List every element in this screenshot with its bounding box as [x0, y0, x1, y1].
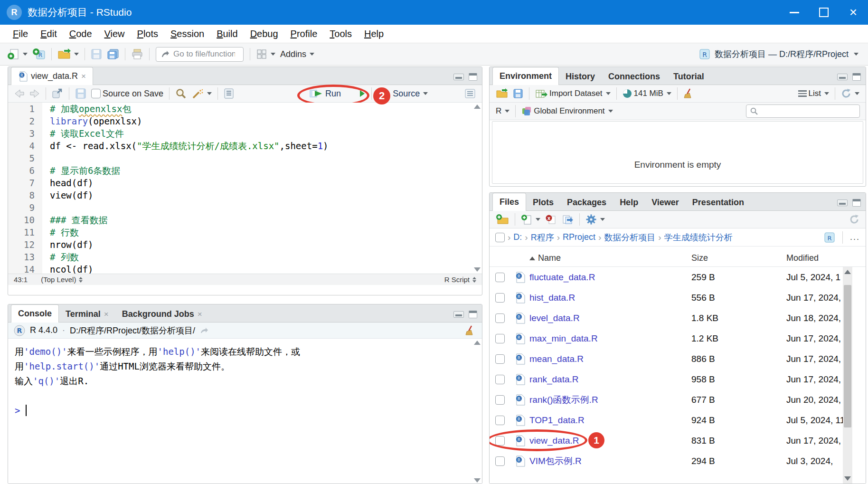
- tab-view-data[interactable]: R view_data.R ×: [11, 67, 93, 85]
- close-button[interactable]: ×: [839, 0, 868, 25]
- row-checkbox[interactable]: [495, 416, 505, 425]
- tab-help[interactable]: Help: [613, 195, 645, 210]
- close-tab-icon[interactable]: ×: [104, 310, 109, 319]
- row-checkbox[interactable]: [495, 334, 505, 343]
- tab-plots[interactable]: Plots: [526, 195, 560, 210]
- refresh-files-button[interactable]: [847, 213, 862, 226]
- open-directory-icon[interactable]: [200, 327, 208, 334]
- save-button[interactable]: [88, 47, 104, 61]
- menu-item[interactable]: Edit: [34, 28, 63, 39]
- minimize-pane-icon[interactable]: [453, 74, 464, 80]
- menu-item[interactable]: Session: [164, 28, 210, 39]
- breadcrumb-link[interactable]: R程序: [531, 232, 554, 243]
- menu-item[interactable]: Plots: [131, 28, 164, 39]
- open-file-button[interactable]: [55, 47, 81, 61]
- source-on-save-checkbox[interactable]: Source on Save: [89, 87, 166, 100]
- table-row[interactable]: R VIM包示例.R 294 B Jul 3, 2024,: [490, 451, 866, 471]
- table-row[interactable]: R rank_data.R 958 B Jun 17, 2024,: [490, 369, 866, 389]
- scope-selector[interactable]: Global Environment: [519, 104, 615, 118]
- tab-environment[interactable]: Environment: [492, 67, 559, 85]
- save-workspace-button[interactable]: [510, 87, 526, 100]
- minimize-pane-icon[interactable]: [837, 74, 848, 80]
- breadcrumb-more-button[interactable]: ...: [850, 232, 860, 242]
- menu-item[interactable]: Debug: [244, 28, 284, 39]
- clear-console-icon[interactable]: [465, 325, 476, 336]
- name-column-header[interactable]: Name: [538, 253, 561, 263]
- new-project-button[interactable]: R: [30, 47, 48, 62]
- table-row[interactable]: R TOP1_data.R 924 B Jul 5, 2024, 11: [490, 410, 866, 430]
- maximize-pane-icon[interactable]: [469, 73, 477, 81]
- console-output[interactable]: 用'demo()'来看一些示例程序，用'help()'来阅读在线帮助文件，或 用…: [8, 339, 482, 484]
- row-checkbox[interactable]: [495, 436, 505, 446]
- rerun-icon[interactable]: [360, 90, 365, 97]
- memory-usage-button[interactable]: 141 MiB: [620, 87, 674, 100]
- modified-column-header[interactable]: Modified: [786, 253, 866, 263]
- menu-item[interactable]: Tools: [323, 28, 358, 39]
- menu-item[interactable]: View: [98, 28, 131, 39]
- addins-button[interactable]: Addins: [278, 48, 317, 61]
- find-replace-button[interactable]: [173, 86, 189, 101]
- breadcrumb-link[interactable]: 数据分析项目: [604, 232, 655, 243]
- scroll-up-icon[interactable]: [474, 341, 481, 345]
- file-link[interactable]: view_data.R: [529, 436, 579, 446]
- close-tab-icon[interactable]: ×: [81, 72, 86, 81]
- file-type-selector[interactable]: R Script: [444, 275, 476, 284]
- editor-scrollbar[interactable]: [473, 103, 481, 274]
- tab-terminal[interactable]: Terminal×: [59, 306, 115, 322]
- delete-file-button[interactable]: x: [543, 212, 559, 227]
- table-row[interactable]: R view_data.R 831 B Jun 17, 2024, 1: [490, 430, 866, 451]
- minimize-button[interactable]: [780, 0, 809, 25]
- clear-environment-button[interactable]: [681, 86, 697, 101]
- forward-button[interactable]: [27, 87, 42, 100]
- table-row[interactable]: R hist_data.R 556 B Jun 17, 2024,: [490, 287, 866, 308]
- select-all-checkbox[interactable]: [495, 233, 505, 242]
- file-link[interactable]: rank_data.R: [529, 374, 579, 384]
- tab-files[interactable]: Files: [492, 193, 526, 211]
- menu-item[interactable]: Build: [210, 28, 244, 39]
- tab-viewer[interactable]: Viewer: [645, 195, 686, 210]
- table-row[interactable]: R mean_data.R 886 B Jun 17, 2024,: [490, 349, 866, 369]
- save-source-button[interactable]: [73, 86, 89, 101]
- row-checkbox[interactable]: [495, 313, 505, 323]
- language-selector[interactable]: R: [493, 105, 512, 117]
- close-tab-icon[interactable]: ×: [198, 310, 202, 319]
- tab-console[interactable]: Console: [11, 304, 59, 323]
- breadcrumb-link[interactable]: 学生成绩统计分析: [664, 232, 733, 243]
- breadcrumb-link[interactable]: D:: [513, 232, 522, 242]
- tab-connections[interactable]: Connections: [602, 69, 667, 85]
- file-link[interactable]: VIM包示例.R: [529, 456, 582, 466]
- new-file-button[interactable]: [5, 47, 30, 62]
- file-link[interactable]: level_data.R: [529, 313, 580, 323]
- menu-item[interactable]: Help: [358, 28, 390, 39]
- checkbox-icon[interactable]: [91, 89, 101, 98]
- environment-search[interactable]: [746, 104, 860, 118]
- panes-layout-button[interactable]: [254, 47, 278, 61]
- code-tools-button[interactable]: [189, 86, 214, 101]
- back-button[interactable]: [12, 87, 27, 100]
- breadcrumb-link[interactable]: RProject: [563, 232, 595, 242]
- scroll-down-icon[interactable]: [474, 267, 481, 272]
- row-checkbox[interactable]: [495, 456, 505, 466]
- tab-presentation[interactable]: Presentation: [686, 195, 751, 210]
- scroll-up-icon[interactable]: [474, 104, 481, 109]
- files-table-header[interactable]: Name Size Modified: [490, 250, 866, 267]
- project-switcher[interactable]: R 数据分析项目 — D:/R程序/RProject: [698, 48, 859, 60]
- document-outline-button[interactable]: [462, 87, 478, 100]
- console-scrollbar[interactable]: [473, 339, 481, 484]
- console-prompt[interactable]: >: [15, 405, 482, 416]
- goto-file-input[interactable]: [173, 49, 235, 59]
- tab-history[interactable]: History: [559, 69, 602, 85]
- files-scrollbar[interactable]: [843, 267, 852, 484]
- scroll-down-icon[interactable]: [844, 476, 851, 481]
- table-row[interactable]: R rank()函数示例.R 677 B Jun 20, 2024,: [490, 389, 866, 410]
- maximize-button[interactable]: [809, 0, 839, 25]
- more-file-commands-button[interactable]: [583, 212, 607, 227]
- tab-background-jobs[interactable]: Background Jobs×: [115, 306, 209, 322]
- row-checkbox[interactable]: [495, 273, 505, 282]
- goto-file-search[interactable]: [156, 47, 244, 62]
- file-link[interactable]: max_min_data.R: [529, 333, 598, 343]
- scroll-up-icon[interactable]: [844, 270, 851, 274]
- tab-packages[interactable]: Packages: [560, 195, 613, 210]
- minimize-pane-icon[interactable]: [453, 311, 464, 318]
- maximize-pane-icon[interactable]: [469, 311, 477, 318]
